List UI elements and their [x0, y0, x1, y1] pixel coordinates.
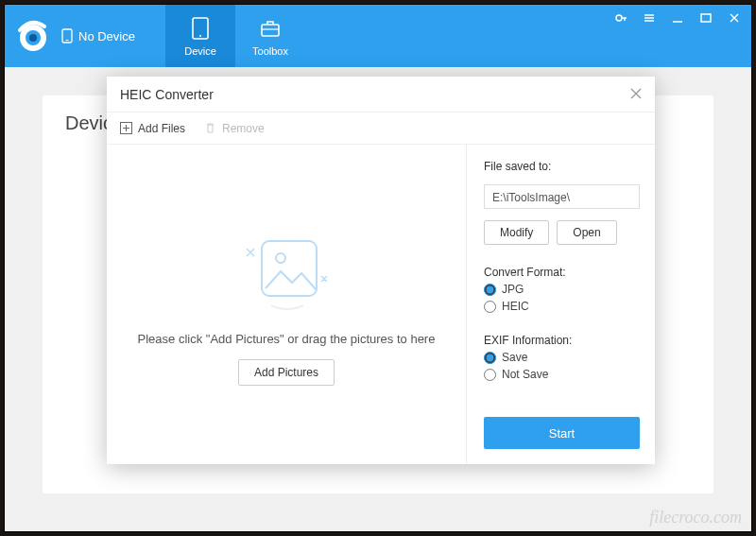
start-button[interactable]: Start — [484, 417, 640, 449]
format-heic-input[interactable] — [484, 301, 496, 313]
tab-toolbox[interactable]: Toolbox — [235, 5, 305, 67]
tab-device[interactable]: Device — [165, 5, 235, 67]
header-tabs: Device Toolbox — [165, 5, 305, 67]
tab-device-label: Device — [184, 45, 216, 57]
exif-notsave-radio[interactable]: Not Save — [484, 368, 640, 381]
dialog-body: Please click "Add Pictures" or drag the … — [107, 145, 655, 464]
modify-button[interactable]: Modify — [484, 220, 549, 245]
svg-rect-7 — [262, 25, 279, 36]
trash-icon — [204, 122, 216, 134]
open-button[interactable]: Open — [557, 220, 616, 245]
logo-area: No Device — [5, 5, 165, 67]
app-logo — [14, 17, 52, 55]
svg-point-2 — [29, 34, 37, 42]
svg-rect-4 — [66, 40, 69, 41]
tab-toolbox-label: Toolbox — [252, 45, 288, 57]
svg-point-9 — [616, 15, 622, 21]
briefcase-icon — [257, 15, 284, 42]
app-window: No Device Device Toolbox — [4, 4, 752, 532]
watermark: filecroco.com — [649, 508, 742, 527]
exif-save-input[interactable] — [484, 352, 496, 364]
svg-point-6 — [199, 35, 201, 37]
heic-converter-dialog: HEIC Converter Add Files Remove — [107, 77, 655, 464]
svg-point-29 — [276, 253, 285, 263]
phone-icon — [61, 28, 73, 43]
close-icon[interactable] — [630, 87, 642, 102]
exif-notsave-label: Not Save — [502, 368, 548, 381]
tablet-icon — [187, 15, 214, 42]
no-device-indicator: No Device — [61, 28, 135, 43]
remove-button: Remove — [204, 122, 265, 135]
saved-to-label: File saved to: — [484, 160, 640, 173]
exif-save-radio[interactable]: Save — [484, 351, 640, 364]
key-icon[interactable] — [613, 10, 628, 26]
menu-icon[interactable] — [642, 10, 657, 26]
no-device-label: No Device — [78, 29, 135, 43]
drop-hint: Please click "Add Pictures" or drag the … — [138, 332, 436, 346]
format-heic-radio[interactable]: HEIC — [484, 300, 640, 313]
add-files-label: Add Files — [138, 122, 185, 135]
add-pictures-button[interactable]: Add Pictures — [238, 359, 335, 386]
dialog-sidebar: File saved to: E:\iToolsImage\ Modify Op… — [466, 145, 655, 464]
add-files-button[interactable]: Add Files — [120, 122, 185, 135]
saved-path-field: E:\iToolsImage\ — [484, 184, 640, 209]
remove-label: Remove — [222, 122, 265, 135]
image-placeholder-icon — [230, 224, 343, 319]
format-jpg-label: JPG — [502, 283, 524, 296]
header-bar: No Device Device Toolbox — [5, 5, 751, 67]
format-jpg-radio[interactable]: JPG — [484, 283, 640, 296]
maximize-icon[interactable] — [698, 10, 713, 26]
drop-area[interactable]: Please click "Add Pictures" or drag the … — [107, 145, 466, 464]
format-label: Convert Format: — [484, 266, 640, 279]
close-icon[interactable] — [727, 10, 742, 26]
system-buttons — [613, 5, 751, 31]
format-jpg-input[interactable] — [484, 284, 496, 296]
format-heic-label: HEIC — [502, 300, 529, 313]
dialog-toolbar: Add Files Remove — [107, 112, 655, 145]
plus-icon — [120, 122, 132, 134]
svg-rect-28 — [262, 241, 317, 296]
minimize-icon[interactable] — [670, 10, 685, 26]
dialog-title: HEIC Converter — [120, 87, 214, 102]
exif-notsave-input[interactable] — [484, 369, 496, 381]
dialog-titlebar: HEIC Converter — [107, 77, 655, 112]
svg-rect-16 — [701, 14, 711, 22]
exif-label: EXIF Information: — [484, 334, 640, 347]
exif-save-label: Save — [502, 351, 527, 364]
